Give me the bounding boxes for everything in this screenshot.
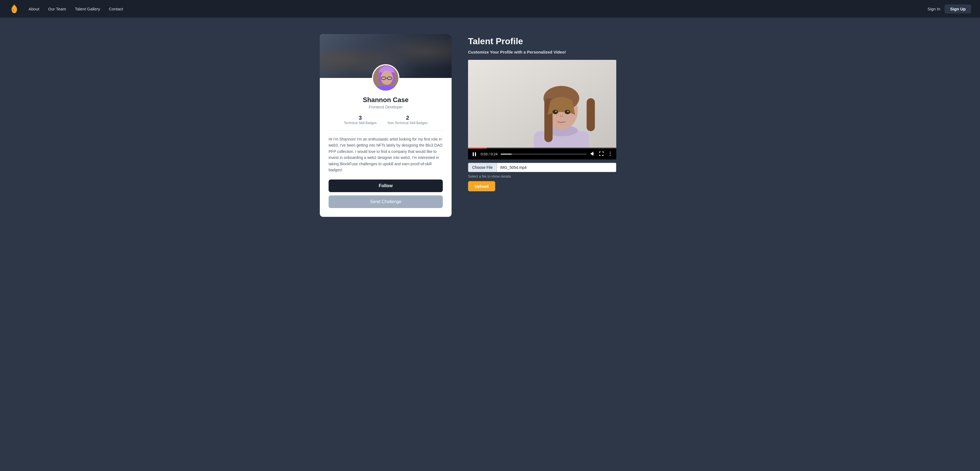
fullscreen-button[interactable] [599,151,604,157]
nav-auth: Sign In Sign Up [928,5,971,13]
choose-file-label[interactable]: Choose File [468,163,497,172]
svg-point-22 [567,111,569,112]
svg-rect-18 [587,98,595,131]
panel-subtitle: Customize Your Profile with a Personaliz… [468,50,660,54]
technical-badge-count: 3 [344,115,377,121]
signin-button[interactable]: Sign In [928,6,940,11]
profile-card: Shannon Case Frontend Developer 3 Techni… [320,34,452,217]
profile-badges: 3 Technical Skill Badges 2 Non-Technical… [329,115,443,130]
technical-badge-label: Technical Skill Badges [344,121,377,125]
upload-button[interactable]: Upload [468,181,495,191]
video-progress-fill [468,148,487,149]
talent-profile-panel: Talent Profile Customize Your Profile wi… [468,34,660,191]
profile-avatar-wrapper [320,64,452,92]
avatar [372,64,399,92]
time-display: 0:03 / 0:24 [480,152,497,156]
file-input-container: Choose File [468,163,616,172]
svg-point-27 [610,155,611,156]
svg-rect-23 [473,152,474,156]
svg-rect-24 [475,152,476,156]
svg-point-25 [610,152,611,153]
nav-logo [9,3,20,14]
avatar-face [373,65,398,91]
video-preview [468,60,616,148]
more-options-button[interactable] [608,151,613,157]
navbar: About Our Team Talent Gallery Contact Si… [0,0,980,18]
nontechnical-badges: 2 Non-Technical Skill Badges [388,115,427,125]
profile-info: Shannon Case Frontend Developer 3 Techni… [320,92,452,217]
profile-title: Frontend Developer [329,105,443,109]
profile-bio: Hi I'm Shannon! I'm an enthusiastic arti… [329,136,443,173]
svg-rect-8 [377,86,396,92]
nontechnical-badge-count: 2 [388,115,427,121]
nav-links: About Our Team Talent Gallery Contact [29,6,928,11]
panel-title: Talent Profile [468,36,660,46]
svg-point-26 [610,153,611,154]
follow-button[interactable]: Follow [329,180,443,192]
svg-point-21 [555,111,557,112]
svg-point-4 [381,70,393,85]
video-controls: 0:03 / 0:24 [468,149,616,159]
signup-button[interactable]: Sign Up [945,5,971,13]
page-content: Shannon Case Frontend Developer 3 Techni… [298,18,682,233]
progress-bar[interactable] [501,154,587,154]
nontechnical-badge-label: Non-Technical Skill Badges [388,121,427,125]
challenge-button[interactable]: Send Challenge [329,196,443,208]
volume-button[interactable] [590,151,595,157]
video-player: 0:03 / 0:24 [468,60,616,159]
pause-button[interactable] [471,151,477,157]
file-hint: Select a file to show details [468,174,660,178]
nav-about[interactable]: About [29,6,39,11]
profile-name: Shannon Case [329,96,443,104]
technical-badges: 3 Technical Skill Badges [344,115,377,125]
progress-bar-fill [501,154,511,154]
nav-our-team[interactable]: Our Team [48,6,66,11]
nav-talent-gallery[interactable]: Talent Gallery [75,6,100,11]
nav-contact[interactable]: Contact [109,6,123,11]
video-progress-line[interactable] [468,148,616,149]
file-name-input[interactable] [497,163,616,172]
